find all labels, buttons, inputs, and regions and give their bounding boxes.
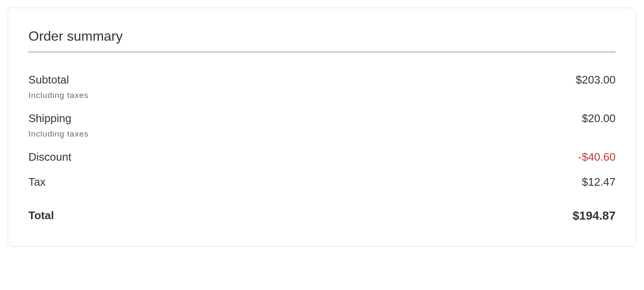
summary-row-label-block: Subtotal Including taxes xyxy=(28,73,89,100)
summary-row-value: -$40.60 xyxy=(578,151,616,164)
summary-row-value: $203.00 xyxy=(576,73,616,86)
total-label: Total xyxy=(28,209,54,222)
summary-row-label-block: Tax xyxy=(28,176,45,189)
summary-row-label: Discount xyxy=(28,151,71,164)
summary-row-tax: Tax $12.47 xyxy=(28,176,616,189)
order-summary-title: Order summary xyxy=(28,28,616,44)
summary-row-value: $20.00 xyxy=(582,112,616,125)
summary-row-sublabel: Including taxes xyxy=(28,91,89,100)
summary-row-sublabel: Including taxes xyxy=(28,129,89,139)
order-summary-card: Order summary Subtotal Including taxes $… xyxy=(8,8,636,247)
title-divider xyxy=(28,51,616,53)
summary-row-total: Total $194.87 xyxy=(28,209,616,223)
summary-row-shipping: Shipping Including taxes $20.00 xyxy=(28,112,616,139)
summary-row-label: Tax xyxy=(28,176,45,189)
summary-row-subtotal: Subtotal Including taxes $203.00 xyxy=(28,73,616,100)
summary-row-discount: Discount -$40.60 xyxy=(28,151,616,164)
summary-row-label: Subtotal xyxy=(28,73,89,86)
summary-row-label-block: Discount xyxy=(28,151,71,164)
total-value: $194.87 xyxy=(573,209,616,223)
summary-row-value: $12.47 xyxy=(582,176,616,189)
summary-row-label-block: Shipping Including taxes xyxy=(28,112,89,139)
summary-row-label: Shipping xyxy=(28,112,89,125)
